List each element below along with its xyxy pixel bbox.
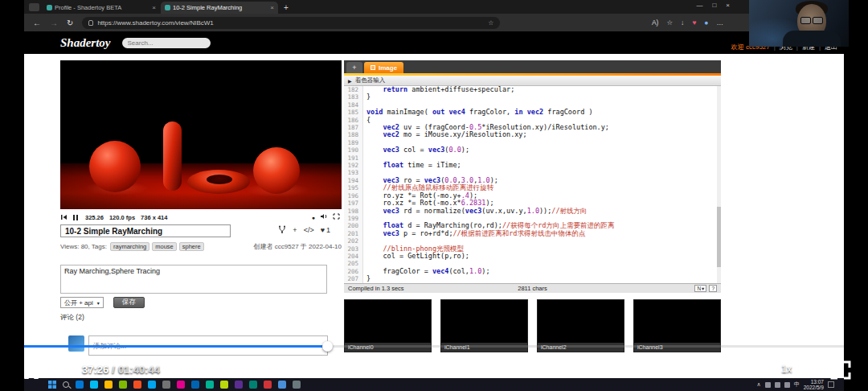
volume-shader-icon[interactable] <box>320 213 328 221</box>
visibility-row: 公开 + api ▾ 保存 <box>60 297 145 308</box>
browser-toolbar: ← → ↻ https://www.shadertoy.com/view/NlB… <box>24 14 844 31</box>
code-line[interactable]: 190 vec3 col = vec3(0.0); <box>344 146 721 154</box>
tab-favicon-icon <box>165 5 170 10</box>
expand-triangle-icon: ▶ <box>348 78 352 84</box>
refresh-button[interactable]: ↻ <box>67 19 73 27</box>
caret-down-icon: ▾ <box>97 300 100 306</box>
line-number: 192 <box>344 162 363 169</box>
code-line[interactable]: 182 return ambient+diffuse+specular; <box>344 86 721 93</box>
code-line[interactable]: 204 col = GetLight(p,ro); <box>344 253 721 260</box>
code-text: float time = iTime; <box>363 162 461 169</box>
video-progress-handle[interactable] <box>322 341 333 352</box>
favorite-star-icon[interactable]: ☆ <box>488 19 493 27</box>
video-pause-button[interactable] <box>24 361 39 379</box>
tag-chip[interactable]: sphere <box>179 242 204 251</box>
code-line[interactable]: 201 vec3 p = ro+rd*d;//根据前进距离和rd求得射线击中物体… <box>344 230 721 237</box>
search-input[interactable] <box>122 38 211 48</box>
code-text: fragColor = vec4(col,1.0); <box>363 268 490 275</box>
scene-sphere-left <box>89 141 141 192</box>
more-menu-icon[interactable]: … <box>717 19 724 27</box>
record-icon[interactable]: ● <box>312 215 315 220</box>
likes: ♥ 1 <box>321 226 330 234</box>
rewind-button[interactable] <box>60 214 68 220</box>
browser-tab-strip: Profile - Shadertoy BETA×10-2 Simple Ray… <box>24 0 844 14</box>
shader-title-input[interactable]: 10-2 Simple RayMarching <box>60 224 231 237</box>
code-text: vec2 mo = iMouse.xy/iResolution.xy; <box>363 131 527 138</box>
visibility-value: 公开 + api <box>64 298 93 307</box>
person-body <box>783 31 841 47</box>
expand-icon[interactable] <box>333 213 340 221</box>
line-number: 190 <box>344 146 363 154</box>
line-number: 194 <box>344 177 363 184</box>
code-line[interactable]: 207} <box>344 275 721 282</box>
code-line[interactable]: 192 float time = iTime; <box>344 162 721 169</box>
scrollbar-thumb[interactable] <box>717 207 721 267</box>
line-number: 200 <box>344 222 363 229</box>
close-button[interactable]: × <box>726 2 730 9</box>
tag-chip[interactable]: mouse <box>152 242 177 251</box>
fullscreen-button[interactable] <box>829 360 852 384</box>
tab-close-icon[interactable]: × <box>270 4 274 11</box>
image-pass-tab[interactable]: Image <box>364 62 403 73</box>
fork-icon[interactable] <box>278 225 286 235</box>
tab-actions-icon[interactable] <box>29 3 39 11</box>
code-area[interactable]: 182 return ambient+diffuse+specular;183}… <box>344 86 721 283</box>
browser-essentials-icon[interactable]: ♥ <box>692 19 696 27</box>
playback-speed-button[interactable]: 1x <box>781 364 792 375</box>
like-heart-icon[interactable]: ♥ <box>321 226 325 234</box>
editor-scrollbar[interactable] <box>717 86 721 283</box>
video-time-display: 37:26 / 01:40:44 <box>82 364 160 376</box>
shader-inputs-bar[interactable]: ▶ 着色器输入 <box>344 76 721 86</box>
downloads-icon[interactable]: ↓ <box>681 19 684 27</box>
views-tags-label: Views: 80, Tags: <box>60 243 107 250</box>
toolbar-icons: A)☆↓♥●… <box>652 19 723 27</box>
save-button[interactable]: 保存 <box>113 297 145 308</box>
address-bar[interactable]: https://www.shadertoy.com/view/NlBcW1 ☆ <box>82 17 500 29</box>
person-glasses <box>800 17 823 24</box>
back-button[interactable]: ← <box>33 19 41 27</box>
webcam-overlay <box>749 0 849 47</box>
shader-time: 325.26 <box>85 214 104 221</box>
add-pass-tab[interactable]: + <box>346 62 362 73</box>
code-line[interactable]: 185void mainImage( out vec4 fragColor, i… <box>344 109 721 116</box>
profile-avatar-icon[interactable]: ● <box>704 19 708 27</box>
read-aloud-icon[interactable]: A) <box>652 19 659 27</box>
status-widgets: N ▾ ? <box>694 285 717 292</box>
font-size-select[interactable]: N ▾ <box>694 285 706 292</box>
video-controls: 37:26 / 01:40:44 1x <box>0 354 868 391</box>
browser-tab[interactable]: 10-2 Simple RayMarching× <box>161 2 278 14</box>
shader-canvas[interactable] <box>60 60 342 209</box>
help-button[interactable]: ? <box>709 285 717 292</box>
new-shader-icon[interactable]: + <box>293 226 297 234</box>
char-count: 2811 chars <box>518 285 547 292</box>
url-text[interactable]: https://www.shadertoy.com/view/NlBcW1 <box>97 19 484 27</box>
visibility-select[interactable]: 公开 + api ▾ <box>60 297 104 308</box>
line-number: 197 <box>344 200 363 207</box>
tab-close-icon[interactable]: × <box>152 4 156 11</box>
tag-chip[interactable]: raymarching <box>110 242 149 251</box>
code-text: col = GetLight(p,ro); <box>363 253 469 260</box>
tab-favicon-icon <box>47 5 52 10</box>
line-number: 191 <box>344 154 363 162</box>
maximize-button[interactable]: □ <box>712 2 716 9</box>
embed-icon[interactable]: </> <box>304 226 314 234</box>
tab-title-label: 10-2 Simple RayMarching <box>173 4 268 11</box>
minimize-button[interactable]: — <box>696 2 702 9</box>
description-textarea[interactable]: Ray Marching,Sphere Tracing <box>60 265 327 294</box>
pause-shader-button[interactable] <box>73 215 80 220</box>
code-line[interactable]: 183} <box>344 93 721 101</box>
video-volume-button[interactable] <box>51 362 72 383</box>
line-number: 185 <box>344 109 363 116</box>
code-line[interactable]: 206 fragColor = vec4(col,1.0); <box>344 268 721 275</box>
line-number: 187 <box>344 124 363 131</box>
shadertoy-page: 325.26 120.0 fps 736 x 414 ● 10-2 Simple… <box>24 54 844 378</box>
code-line[interactable]: 188 vec2 mo = iMouse.xy/iResolution.xy; <box>344 131 721 138</box>
new-tab-button[interactable]: + <box>284 3 289 12</box>
favorites-icon[interactable]: ☆ <box>666 19 673 27</box>
code-line[interactable]: 198 vec3 rd = normalize(vec3(uv.x,uv.y,1… <box>344 208 721 215</box>
forward-button[interactable]: → <box>50 19 58 27</box>
code-text: void mainImage( out vec4 fragColor, in v… <box>363 109 593 116</box>
shader-resolution: 736 x 414 <box>141 214 167 221</box>
shadertoy-logo[interactable]: Shadertoy <box>60 36 111 50</box>
browser-tab[interactable]: Profile - Shadertoy BETA× <box>43 2 160 14</box>
